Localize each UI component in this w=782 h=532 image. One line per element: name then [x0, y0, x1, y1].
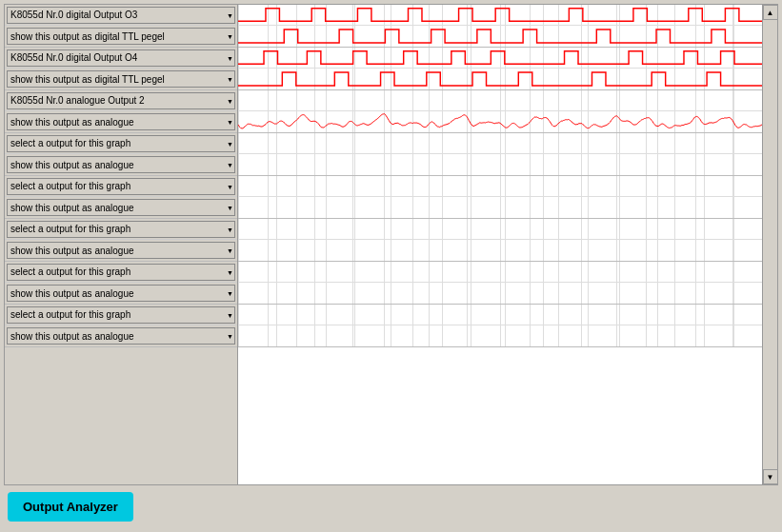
graph-top-row6	[238, 219, 762, 240]
row-group-row8: select a output for this graphshow this …	[5, 305, 237, 347]
graph-group-row1	[238, 5, 762, 48]
label-select-row1[interactable]: K8055d Nr.0 digital Output O3	[7, 7, 235, 24]
graph-group-row8	[238, 305, 762, 347]
label-row-row7: select a output for this graph	[5, 262, 237, 283]
display-row-row3: show this output as analogue	[5, 111, 237, 132]
label-row-row5: select a output for this graph	[5, 176, 237, 197]
label-row-row3: K8055d Nr.0 analogue Output 2	[5, 90, 237, 111]
scroll-down-button[interactable]: ▼	[763, 469, 778, 484]
bottom-bar: Output Analyzer	[4, 485, 778, 528]
label-select-row4[interactable]: select a output for this graph	[7, 135, 235, 152]
label-select-row6[interactable]: select a output for this graph	[7, 221, 235, 238]
row-group-row2: K8055d Nr.0 digital Output O4show this o…	[5, 48, 237, 90]
graph-group-row3	[238, 90, 762, 133]
graph-top-row1	[238, 5, 762, 26]
display-row-row7: show this output as analogue	[5, 283, 237, 304]
scroll-up-button[interactable]: ▲	[763, 5, 778, 20]
graph-bottom-row2	[238, 69, 762, 89]
graph-bottom-row3	[238, 111, 762, 132]
display-select-row3[interactable]: show this output as analogue	[7, 113, 235, 130]
scrollbar-vertical: ▲ ▼	[762, 5, 777, 484]
display-select-row2[interactable]: show this output as digital TTL pegel	[7, 70, 235, 88]
label-select-row3[interactable]: K8055d Nr.0 analogue Output 2	[7, 92, 235, 109]
display-row-row1: show this output as digital TTL pegel	[5, 26, 237, 47]
graph-group-row6	[238, 219, 762, 262]
display-select-row6[interactable]: show this output as analogue	[7, 242, 235, 259]
label-row-row1: K8055d Nr.0 digital Output O3	[5, 5, 237, 26]
graph-group-row4	[238, 133, 762, 176]
graph-bottom-row6	[238, 240, 762, 261]
display-select-row4[interactable]: show this output as analogue	[7, 156, 235, 173]
graph-group-row7	[238, 262, 762, 305]
row-group-row5: select a output for this graphshow this …	[5, 176, 237, 219]
graph-top-row5	[238, 176, 762, 197]
row-group-row7: select a output for this graphshow this …	[5, 262, 237, 305]
label-select-row5[interactable]: select a output for this graph	[7, 178, 235, 195]
row-group-row1: K8055d Nr.0 digital Output O3show this o…	[5, 5, 237, 48]
display-row-row2: show this output as digital TTL pegel	[5, 69, 237, 89]
label-row-row4: select a output for this graph	[5, 133, 237, 154]
graph-top-row7	[238, 262, 762, 283]
display-select-row7[interactable]: show this output as analogue	[7, 285, 235, 302]
output-analyzer-button[interactable]: Output Analyzer	[8, 492, 133, 522]
graph-bottom-row4	[238, 154, 762, 175]
label-select-row8[interactable]: select a output for this graph	[7, 306, 235, 324]
display-row-row8: show this output as analogue	[5, 325, 237, 346]
graph-top-row3	[238, 90, 762, 111]
row-group-row4: select a output for this graphshow this …	[5, 133, 237, 176]
row-group-row6: select a output for this graphshow this …	[5, 219, 237, 262]
label-row-row6: select a output for this graph	[5, 219, 237, 240]
graph-top-row4	[238, 133, 762, 154]
label-row-row8: select a output for this graph	[5, 305, 237, 325]
display-row-row5: show this output as analogue	[5, 197, 237, 218]
label-select-row2[interactable]: K8055d Nr.0 digital Output O4	[7, 49, 235, 67]
display-select-row5[interactable]: show this output as analogue	[7, 199, 235, 216]
graph-bottom-row5	[238, 197, 762, 218]
graph-bottom-row7	[238, 283, 762, 304]
display-select-row8[interactable]: show this output as analogue	[7, 327, 235, 345]
main-container: K8055d Nr.0 digital Output O3show this o…	[0, 0, 782, 532]
display-select-row1[interactable]: show this output as digital TTL pegel	[7, 28, 235, 45]
display-row-row6: show this output as analogue	[5, 240, 237, 261]
left-panel: K8055d Nr.0 digital Output O3show this o…	[5, 5, 238, 484]
graph-bottom-row1	[238, 26, 762, 47]
graph-top-row8	[238, 305, 762, 325]
graph-bottom-row8	[238, 325, 762, 346]
graph-group-row5	[238, 176, 762, 219]
right-panel	[238, 5, 762, 484]
graph-group-row2	[238, 48, 762, 90]
label-row-row2: K8055d Nr.0 digital Output O4	[5, 48, 237, 69]
graph-top-row2	[238, 48, 762, 69]
label-select-row7[interactable]: select a output for this graph	[7, 264, 235, 281]
row-group-row3: K8055d Nr.0 analogue Output 2show this o…	[5, 90, 237, 133]
display-row-row4: show this output as analogue	[5, 154, 237, 175]
scroll-area: K8055d Nr.0 digital Output O3show this o…	[4, 4, 778, 485]
